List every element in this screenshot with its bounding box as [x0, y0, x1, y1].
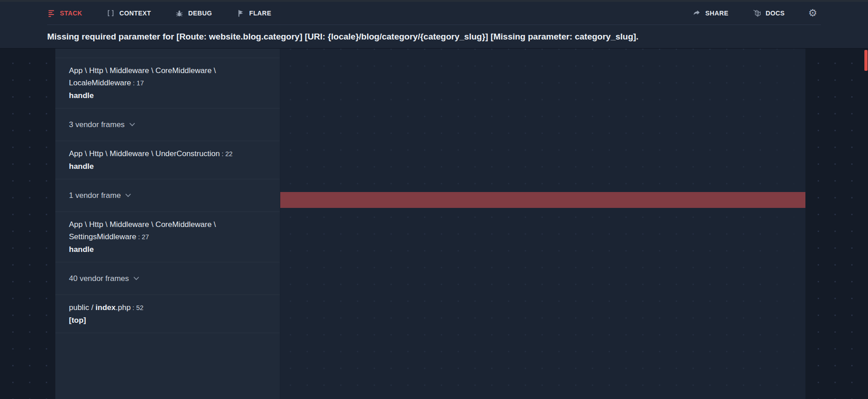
code-line: 100 {{ $blog->getTitle() }} — [280, 335, 805, 351]
code-line: 91 <a href="{{ route('website.blog.categ… — [280, 192, 805, 208]
nav-action-share[interactable]: SHARE — [692, 9, 728, 17]
nav-tab-stack[interactable]: STACK — [47, 9, 82, 17]
main-content: App \ Http \ Middleware \ CoreMiddleware… — [0, 49, 868, 399]
code-line: 88 </a> — [280, 144, 805, 160]
stack-frame-path: App \ Http \ Middleware \ UnderConstruct… — [69, 148, 266, 160]
scrollbar-thumb[interactable] — [864, 50, 868, 71]
chevron-down-icon — [125, 193, 131, 197]
stack-frames-sidebar: App \ Http \ Middleware \ CoreMiddleware… — [55, 49, 280, 399]
nav-tab-label: DOCS — [766, 10, 785, 17]
code-line: 90 @if($blog->category) — [280, 176, 805, 192]
code-line: 87 </div> — [280, 128, 805, 144]
code-line: 101 </a> — [280, 351, 805, 367]
vendor-frames-toggle[interactable]: 3 vendor frames — [55, 108, 280, 141]
nav-action-docs[interactable]: DOCS — [753, 9, 785, 17]
chevron-down-icon — [133, 276, 139, 281]
nav-tab-label: CONTEXT — [119, 10, 151, 17]
gear-icon[interactable]: ⚙ — [808, 8, 817, 18]
header: STACK CONTEXT DEBUG FLARE SHARE DOCS ⚙ M… — [0, 2, 868, 49]
error-message: Missing required parameter for [Route: w… — [47, 32, 639, 42]
stack-card: App \ Http \ Middleware \ CoreMiddleware… — [55, 49, 805, 399]
flare-icon — [236, 9, 244, 17]
nav-tab-context[interactable]: CONTEXT — [107, 9, 151, 17]
stack-frame-method: [top] — [69, 314, 266, 326]
stack-frame-method: handle — [69, 89, 266, 102]
share-icon — [692, 9, 701, 17]
nav-tab-label: STACK — [60, 10, 82, 17]
code-line: 96 <span>{{ $blog->created_at->format('M… — [280, 271, 805, 287]
code-line: 99 <a href="{{ route('website.blog.detai… — [280, 320, 805, 335]
stack-frame[interactable]: public / index.php : 52 [top] — [55, 295, 280, 333]
code-line: 82 <div class="col-12 col-lg-4"> — [280, 49, 805, 64]
bug-icon — [176, 9, 184, 17]
nav-tab-flare[interactable]: FLARE — [236, 9, 271, 17]
code-line: 103 <p class="mb-4">{{ strip_tags($blog-… — [280, 383, 805, 399]
stack-frame-path: public / index.php : 52 — [69, 301, 266, 314]
vendor-frames-toggle[interactable]: 1 vendor frame — [55, 179, 280, 212]
code-line: 94 @endif — [280, 240, 805, 256]
laravel-icon — [753, 9, 761, 17]
error-message-bar: Missing required parameter for [Route: w… — [0, 25, 868, 49]
stack-frame[interactable]: App \ Http \ Middleware \ CoreMiddleware… — [55, 212, 280, 262]
stack-frame-method: handle — [69, 160, 266, 172]
nav-tab-label: DEBUG — [188, 10, 212, 17]
nav-tab-debug[interactable]: DEBUG — [176, 9, 212, 17]
code-line: 85 <div class="mb-4 rounded-4 overflow-h… — [280, 96, 805, 112]
vendor-frames-label: 3 vendor frames — [69, 118, 125, 131]
stack-frame-path: App \ Http \ Middleware \ CoreMiddleware… — [69, 218, 266, 243]
code-editor-panel: 82 <div class="col-12 col-lg-4"> 83 <art… — [280, 49, 805, 399]
vendor-frames-toggle[interactable]: 40 vendor frames — [55, 262, 280, 295]
stack-frame-method: handle — [69, 243, 266, 256]
stack-frame-path: App \ Http \ Middleware \ CoreMiddleware… — [69, 64, 266, 89]
code-line: 84 <a href="{{ route('website.blog.detai… — [280, 80, 805, 96]
code-line: 83 <article> — [280, 64, 805, 80]
top-navbar: STACK CONTEXT DEBUG FLARE SHARE DOCS ⚙ — [0, 2, 868, 25]
code-line: 86 <img src="{{ $blog->getFeatureImageUr… — [280, 112, 805, 128]
code-line: 102 </h3> — [280, 367, 805, 383]
context-brackets-icon — [107, 9, 115, 17]
code-line: 95 <span>{{ $blog->getReadingTime() }}</… — [280, 256, 805, 271]
stack-frame[interactable]: App \ Http \ Middleware \ CoreMiddleware… — [55, 58, 280, 108]
code-line: 93 </a> — [280, 224, 805, 240]
nav-tab-label: SHARE — [705, 10, 728, 17]
nav-actions: SHARE DOCS ⚙ — [668, 8, 817, 18]
nav-tabs: STACK CONTEXT DEBUG FLARE — [47, 9, 296, 17]
stack-frame[interactable]: App \ Http \ Middleware \ UnderConstruct… — [55, 141, 280, 179]
code-line: 92 <span>{{ $blog->category->translate(a… — [280, 208, 805, 224]
chevron-down-icon — [129, 123, 135, 127]
code-line: 97 </div> — [280, 287, 805, 303]
code-line: 89 <div class="small fw-medium mb-2 d-fl… — [280, 160, 805, 176]
vendor-frames-label: 40 vendor frames — [69, 272, 129, 285]
vendor-frames-label: 1 vendor frame — [69, 189, 121, 202]
nav-tab-label: FLARE — [249, 10, 271, 17]
code-line: 98 <h3 class="h4 fw-bold mb-3"> — [280, 304, 805, 320]
stack-icon — [47, 9, 55, 17]
sidebar-top-spacer — [55, 49, 280, 58]
